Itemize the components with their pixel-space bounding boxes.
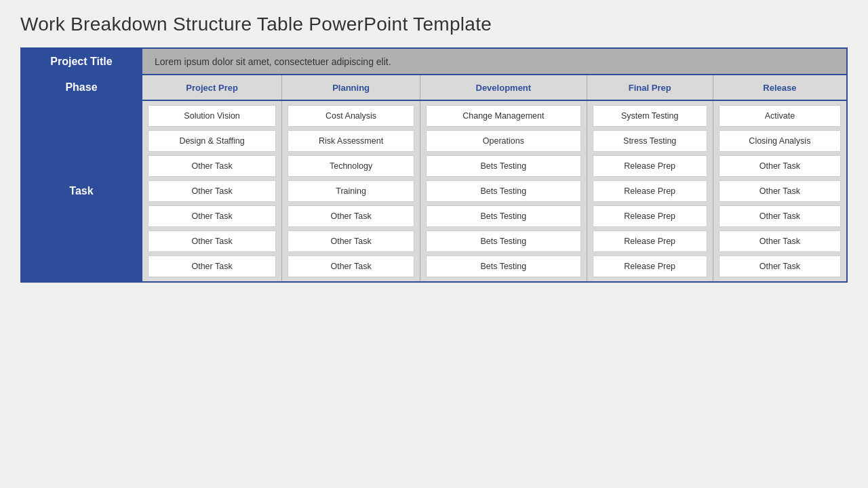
phase-header-development: Development xyxy=(420,75,587,100)
phase-label: Phase xyxy=(21,75,142,100)
list-item: Operations xyxy=(426,130,581,152)
list-item: Risk Assessment xyxy=(288,130,414,152)
phase-header-final-prep: Final Prep xyxy=(587,75,713,100)
list-item: Other Task xyxy=(719,205,841,227)
list-item: Bets Testing xyxy=(426,180,581,202)
list-item: Bets Testing xyxy=(426,230,581,252)
task-col-3: System Testing Stress Testing Release Pr… xyxy=(587,100,713,282)
wbs-table: Project Title Lorem ipsum dolor sit amet… xyxy=(20,47,848,283)
list-item: Training xyxy=(288,180,414,202)
task-col-2: Change Management Operations Bets Testin… xyxy=(420,100,587,282)
list-item: Activate xyxy=(719,105,841,127)
list-item: Stress Testing xyxy=(593,130,707,152)
list-item: Other Task xyxy=(148,155,276,177)
list-item: Bets Testing xyxy=(426,205,581,227)
list-item: Closing Analysis xyxy=(719,130,841,152)
phase-row: Phase Project Prep Planning Development … xyxy=(21,75,847,100)
list-item: Other Task xyxy=(719,155,841,177)
list-item: Bets Testing xyxy=(426,155,581,177)
project-title-content: Lorem ipsum dolor sit amet, consectetuer… xyxy=(142,48,847,75)
task-col-0: Solution Vision Design & Staffing Other … xyxy=(142,100,282,282)
project-title-row: Project Title Lorem ipsum dolor sit amet… xyxy=(21,48,847,75)
list-item: Other Task xyxy=(719,256,841,277)
page-title: Work Breakdown Structure Table PowerPoin… xyxy=(20,14,492,35)
task-col-1: Cost Analysis Risk Assessment Technology… xyxy=(282,100,420,282)
project-title-label: Project Title xyxy=(21,48,142,75)
task-row: Task Solution Vision Design & Staffing O… xyxy=(21,100,847,282)
task-col-4: Activate Closing Analysis Other Task Oth… xyxy=(713,100,847,282)
list-item: Change Management xyxy=(426,105,581,127)
list-item: Other Task xyxy=(288,256,414,277)
list-item: Design & Staffing xyxy=(148,130,276,152)
list-item: System Testing xyxy=(593,105,707,127)
phase-header-project-prep: Project Prep xyxy=(142,75,282,100)
list-item: Other Task xyxy=(148,256,276,277)
task-label: Task xyxy=(21,100,142,282)
list-item: Other Task xyxy=(148,180,276,202)
list-item: Release Prep xyxy=(593,256,707,277)
phase-header-release: Release xyxy=(713,75,847,100)
list-item: Release Prep xyxy=(593,205,707,227)
list-item: Other Task xyxy=(288,205,414,227)
list-item: Other Task xyxy=(148,230,276,252)
list-item: Other Task xyxy=(719,230,841,252)
list-item: Release Prep xyxy=(593,155,707,177)
list-item: Other Task xyxy=(288,230,414,252)
list-item: Other Task xyxy=(719,180,841,202)
list-item: Other Task xyxy=(148,205,276,227)
list-item: Bets Testing xyxy=(426,256,581,277)
list-item: Release Prep xyxy=(593,230,707,252)
list-item: Cost Analysis xyxy=(288,105,414,127)
phase-header-planning: Planning xyxy=(282,75,420,100)
list-item: Solution Vision xyxy=(148,105,276,127)
list-item: Technology xyxy=(288,155,414,177)
list-item: Release Prep xyxy=(593,180,707,202)
